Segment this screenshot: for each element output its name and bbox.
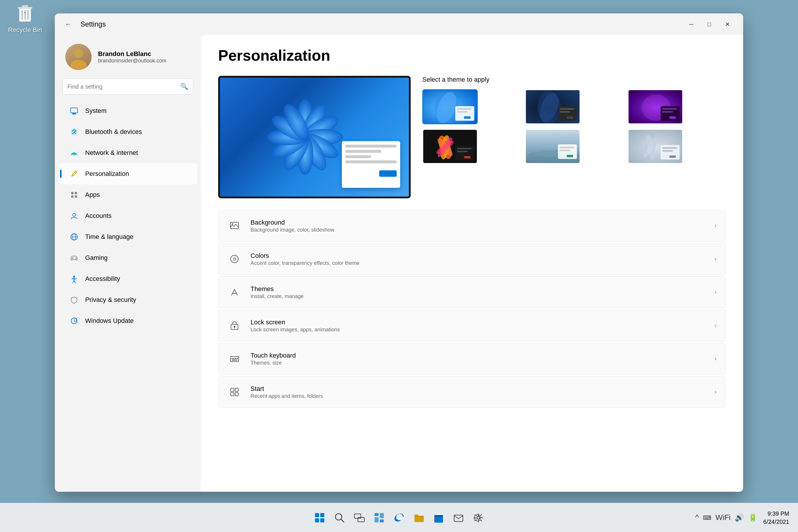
svg-rect-80: [560, 147, 574, 148]
svg-rect-117: [380, 513, 384, 518]
svg-rect-119: [380, 519, 384, 522]
svg-point-13: [74, 154, 75, 155]
nav-accessibility[interactable]: Accessibility: [58, 268, 197, 289]
theme-card-6[interactable]: [628, 129, 683, 164]
nav-apps[interactable]: Apps: [58, 184, 197, 205]
user-info: Brandon LeBlanc brandoninsider@outlook.c…: [98, 50, 190, 64]
start-text: Start Recent apps and items, folders: [250, 385, 706, 399]
avatar: [65, 44, 92, 70]
nav-accounts[interactable]: Accounts: [58, 205, 197, 226]
volume-icon[interactable]: 🔊: [735, 513, 744, 522]
touchkeyboard-icon: [227, 352, 242, 366]
svg-rect-116: [375, 513, 379, 516]
maximize-button[interactable]: □: [701, 18, 718, 31]
accessibility-icon: [69, 273, 79, 284]
theme-card-5[interactable]: [525, 129, 581, 164]
update-icon: [69, 316, 79, 326]
nav-network[interactable]: Network & internet: [58, 142, 197, 163]
svg-rect-100: [233, 358, 234, 359]
preview-window: [342, 141, 400, 188]
chevron-up-icon[interactable]: ^: [695, 513, 699, 522]
network-icon: [69, 148, 79, 158]
content-area: Brandon LeBlanc brandoninsider@outlook.c…: [55, 35, 743, 492]
theme-6-preview: [629, 130, 682, 163]
recycle-bin-icon: [14, 2, 37, 25]
svg-point-28: [73, 276, 75, 278]
search-box[interactable]: 🔍: [62, 79, 193, 95]
clock-date: 6/24/2021: [763, 518, 789, 526]
taskbar-center: [312, 510, 486, 525]
svg-rect-110: [315, 518, 319, 522]
svg-rect-102: [237, 358, 238, 359]
nav-bluetooth[interactable]: Bluetooth & devices: [58, 121, 197, 142]
colors-chevron: ›: [715, 255, 717, 263]
mail-button[interactable]: [451, 510, 466, 525]
close-button[interactable]: ✕: [719, 18, 736, 31]
settings-item-background[interactable]: Background Background image, color, slid…: [218, 210, 726, 242]
widgets-button[interactable]: [372, 510, 386, 525]
explorer-button[interactable]: [412, 510, 426, 525]
recycle-bin[interactable]: Recycle Bin: [2, 2, 49, 34]
avatar-img: [65, 44, 92, 70]
touchkeyboard-chevron: ›: [715, 355, 717, 363]
svg-rect-89: [662, 150, 673, 152]
theme-preview-container: [218, 76, 411, 198]
lockscreen-text: Lock screen Lock screen images, apps, an…: [250, 319, 706, 333]
svg-point-27: [76, 258, 77, 259]
theme-5-preview: [526, 130, 580, 163]
nav-system[interactable]: System: [58, 100, 197, 121]
touchkeyboard-text: Touch keyboard Themes, size: [250, 352, 706, 366]
window-controls: ─ □ ✕: [683, 18, 736, 31]
nav-time[interactable]: Time & language: [58, 226, 197, 247]
settings-item-lockscreen[interactable]: Lock screen Lock screen images, apps, an…: [218, 310, 726, 341]
wifi-icon[interactable]: WiFi: [716, 513, 730, 522]
svg-rect-63: [662, 108, 677, 110]
taskbar-right: ^ ⌨ WiFi 🔊 🔋 9:39 PM 6/24/2021: [695, 510, 789, 526]
nav-privacy[interactable]: Privacy & security: [58, 289, 197, 310]
svg-rect-57: [560, 108, 574, 110]
search-button[interactable]: [332, 510, 347, 525]
settings-item-touchkeyboard[interactable]: Touch keyboard Themes, size ›: [218, 343, 726, 375]
settings-item-start[interactable]: Start Recent apps and items, folders ›: [218, 376, 726, 408]
themes-text: Themes Install, create, manage: [250, 285, 706, 300]
nav-gaming[interactable]: Gaming: [58, 247, 197, 268]
taskview-button[interactable]: [352, 510, 367, 525]
store-button[interactable]: [431, 510, 446, 525]
system-clock[interactable]: 9:39 PM 6/24/2021: [763, 510, 789, 526]
svg-rect-107: [235, 393, 238, 396]
title-bar: ← Settings ─ □ ✕: [55, 14, 743, 35]
search-input[interactable]: [68, 83, 177, 90]
settings-taskbar-button[interactable]: [471, 510, 486, 525]
recycle-bin-label: Recycle Bin: [8, 26, 42, 34]
settings-item-themes[interactable]: Themes Install, create, manage ›: [218, 277, 726, 308]
gaming-icon: [69, 252, 79, 263]
svg-rect-106: [231, 393, 234, 396]
time-icon: [69, 232, 79, 242]
theme-card-2[interactable]: [525, 89, 581, 124]
nav-personalization[interactable]: Personalization: [58, 163, 197, 184]
settings-item-colors[interactable]: Colors Accent color, transparency effect…: [218, 243, 726, 275]
theme-section: Select a theme to apply: [218, 76, 726, 198]
svg-rect-73: [457, 148, 472, 149]
theme-card-1[interactable]: [422, 89, 478, 124]
battery-icon[interactable]: 🔋: [748, 513, 758, 522]
svg-rect-58: [560, 111, 570, 113]
back-button[interactable]: ←: [62, 18, 75, 31]
svg-point-8: [70, 60, 87, 70]
bluetooth-icon: [69, 127, 79, 137]
user-profile[interactable]: Brandon LeBlanc brandoninsider@outlook.c…: [55, 41, 201, 79]
svg-rect-99: [232, 358, 233, 359]
user-name: Brandon LeBlanc: [98, 50, 190, 58]
theme-card-3[interactable]: [628, 89, 683, 124]
svg-rect-17: [75, 192, 77, 194]
keyboard-icon: ⌨: [703, 514, 711, 521]
minimize-button[interactable]: ─: [683, 18, 700, 31]
nav-update[interactable]: Windows Update: [58, 310, 197, 331]
edge-button[interactable]: [392, 510, 406, 525]
start-button[interactable]: [312, 510, 327, 525]
desktop: Recycle Bin ← Settings ─ □ ✕: [0, 0, 798, 532]
theme-card-4[interactable]: [422, 129, 478, 164]
svg-rect-74: [457, 151, 468, 152]
svg-rect-11: [72, 114, 76, 114]
main-content: Personalization: [201, 35, 743, 492]
